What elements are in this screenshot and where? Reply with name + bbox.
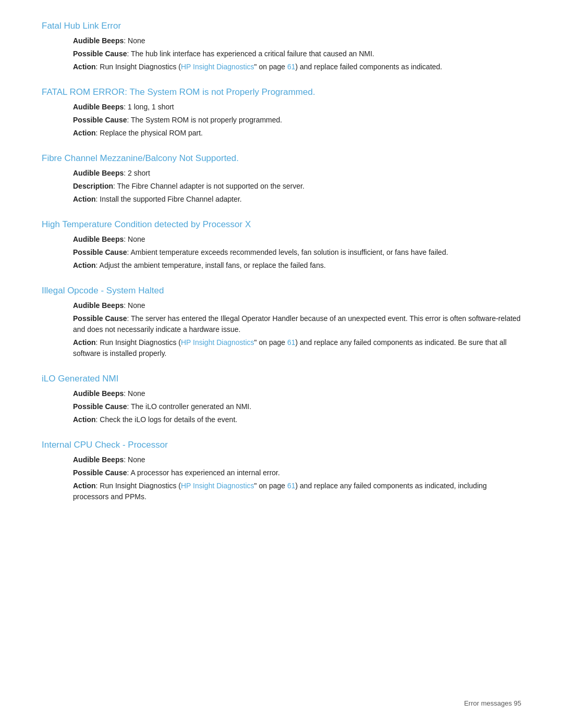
entry-paragraph: Audible Beeps: None [73,388,521,399]
entry-label: Audible Beeps [73,103,124,111]
entry-high-temperature-1: Possible Cause: Ambient temperature exce… [73,247,521,258]
entry-fatal-hub-link-error-1: Possible Cause: The hub link interface h… [73,48,521,59]
section-fatal-hub-link-error: Fatal Hub Link ErrorAudible Beeps: NoneP… [42,21,521,72]
entry-label: Possible Cause [73,402,127,411]
section-internal-cpu-check: Internal CPU Check - ProcessorAudible Be… [42,440,521,502]
entry-paragraph: Audible Beeps: None [73,35,521,46]
entry-fatal-rom-error-0: Audible Beeps: 1 long, 1 short [73,102,521,113]
entry-paragraph: Audible Beeps: 2 short [73,168,521,179]
entry-internal-cpu-check-1: Possible Cause: A processor has experien… [73,467,521,478]
entry-label: Action [73,63,96,71]
entry-label: Action [73,482,96,490]
section-illegal-opcode: Illegal Opcode - System HaltedAudible Be… [42,286,521,359]
entry-paragraph: Audible Beeps: 1 long, 1 short [73,102,521,113]
section-title-ilo-generated-nmi: iLO Generated NMI [42,374,521,384]
section-ilo-generated-nmi: iLO Generated NMIAudible Beeps: NonePoss… [42,374,521,425]
section-title-fibre-channel: Fibre Channel Mezzanine/Balcony Not Supp… [42,153,521,164]
entry-ilo-generated-nmi-1: Possible Cause: The iLO controller gener… [73,401,521,412]
entry-fibre-channel-1: Description: The Fibre Channel adapter i… [73,181,521,192]
page-footer: Error messages 95 [464,699,521,707]
entry-illegal-opcode-0: Audible Beeps: None [73,300,521,311]
entry-label: Audible Beeps [73,235,124,243]
entry-label: Audible Beeps [73,455,124,464]
entry-paragraph: Action: Replace the physical ROM part. [73,128,521,139]
entry-paragraph: Action: Run Insight Diagnostics (HP Insi… [73,61,521,72]
section-title-internal-cpu-check: Internal CPU Check - Processor [42,440,521,450]
entry-paragraph: Possible Cause: A processor has experien… [73,467,521,478]
entry-paragraph: Possible Cause: The hub link interface h… [73,48,521,59]
section-fibre-channel: Fibre Channel Mezzanine/Balcony Not Supp… [42,153,521,205]
entry-label: Possible Cause [73,468,127,477]
entry-paragraph: Action: Install the supported Fibre Chan… [73,194,521,205]
entry-label: Audible Beeps [73,389,124,398]
entry-paragraph: Action: Run Insight Diagnostics (HP Insi… [73,480,521,502]
section-title-high-temperature: High Temperature Condition detected by P… [42,219,521,230]
entry-paragraph: Possible Cause: The iLO controller gener… [73,401,521,412]
entry-ilo-generated-nmi-2: Action: Check the iLO logs for details o… [73,414,521,425]
entry-internal-cpu-check-0: Audible Beeps: None [73,454,521,465]
inline-link-illegal-opcode-2[interactable]: HP Insight Diagnostics [181,338,254,347]
entry-label: Possible Cause [73,50,127,58]
entry-paragraph: Action: Run Insight Diagnostics (HP Insi… [73,337,521,359]
entry-fatal-rom-error-2: Action: Replace the physical ROM part. [73,128,521,139]
section-title-fatal-hub-link-error: Fatal Hub Link Error [42,21,521,31]
entry-label: Action [73,338,96,347]
entry-label: Possible Cause [73,248,127,256]
entry-paragraph: Audible Beeps: None [73,300,521,311]
entry-label: Action [73,195,96,203]
entry-paragraph: Possible Cause: Ambient temperature exce… [73,247,521,258]
section-title-fatal-rom-error: FATAL ROM ERROR: The System ROM is not P… [42,87,521,97]
page-link-illegal-opcode-2[interactable]: 61 [287,338,296,347]
entry-label: Audible Beeps [73,36,124,45]
inline-link-internal-cpu-check-2[interactable]: HP Insight Diagnostics [181,482,254,490]
entry-paragraph: Description: The Fibre Channel adapter i… [73,181,521,192]
entry-label: Action [73,129,96,137]
entry-label: Audible Beeps [73,169,124,177]
entry-label: Audible Beeps [73,301,124,310]
section-high-temperature: High Temperature Condition detected by P… [42,219,521,271]
entry-paragraph: Action: Adjust the ambient temperature, … [73,260,521,271]
entry-paragraph: Possible Cause: The System ROM is not pr… [73,115,521,126]
entry-fatal-hub-link-error-2: Action: Run Insight Diagnostics (HP Insi… [73,61,521,72]
section-title-illegal-opcode: Illegal Opcode - System Halted [42,286,521,296]
entry-fibre-channel-0: Audible Beeps: 2 short [73,168,521,179]
entry-fatal-hub-link-error-0: Audible Beeps: None [73,35,521,46]
inline-link-fatal-hub-link-error-2[interactable]: HP Insight Diagnostics [181,63,254,71]
page-link-internal-cpu-check-2[interactable]: 61 [287,482,296,490]
entry-illegal-opcode-2: Action: Run Insight Diagnostics (HP Insi… [73,337,521,359]
entry-paragraph: Audible Beeps: None [73,454,521,465]
entry-paragraph: Audible Beeps: None [73,234,521,245]
entry-fibre-channel-2: Action: Install the supported Fibre Chan… [73,194,521,205]
entry-paragraph: Possible Cause: The server has entered t… [73,313,521,335]
footer-text: Error messages 95 [464,699,521,707]
entry-high-temperature-0: Audible Beeps: None [73,234,521,245]
page-content: Fatal Hub Link ErrorAudible Beeps: NoneP… [42,21,521,502]
entry-high-temperature-2: Action: Adjust the ambient temperature, … [73,260,521,271]
entry-internal-cpu-check-2: Action: Run Insight Diagnostics (HP Insi… [73,480,521,502]
entry-label: Action [73,261,96,269]
entry-label: Action [73,415,96,424]
entry-label: Description [73,182,113,190]
entry-fatal-rom-error-1: Possible Cause: The System ROM is not pr… [73,115,521,126]
entry-illegal-opcode-1: Possible Cause: The server has entered t… [73,313,521,335]
entry-label: Possible Cause [73,116,127,124]
entry-ilo-generated-nmi-0: Audible Beeps: None [73,388,521,399]
entry-paragraph: Action: Check the iLO logs for details o… [73,414,521,425]
entry-label: Possible Cause [73,314,127,323]
section-fatal-rom-error: FATAL ROM ERROR: The System ROM is not P… [42,87,521,139]
page-link-fatal-hub-link-error-2[interactable]: 61 [287,63,296,71]
